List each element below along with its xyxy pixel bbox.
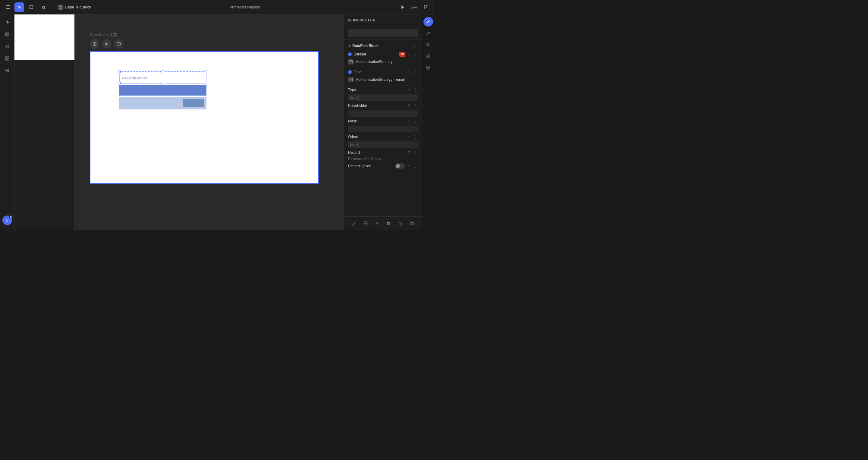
share-button[interactable] (422, 3, 430, 11)
mask-label: Mask (348, 119, 406, 123)
placeholder-menu[interactable]: ⋮ (413, 103, 418, 108)
svg-rect-12 (5, 59, 7, 60)
handle-bottom-middle[interactable] (161, 82, 164, 84)
mask-value[interactable] (348, 126, 418, 132)
chevron-icon: ▼ (348, 44, 351, 48)
tool-select[interactable] (14, 2, 24, 12)
handle-top-right[interactable] (205, 70, 207, 73)
record-ref-row[interactable]: Reference with 0 keys → (344, 156, 422, 162)
record-upsert-toggle[interactable] (395, 163, 405, 169)
prop-row-field: Field f0 ⋮ (344, 68, 422, 76)
record-upsert-row: Record Upsert f0 ⋮ (344, 162, 422, 170)
svg-rect-23 (399, 223, 401, 225)
field-placeholder-text: credentials.email (122, 76, 147, 79)
avatar[interactable]: U 1 (2, 216, 12, 225)
svg-rect-13 (7, 59, 9, 60)
canvas-area[interactable]: New Artboard (2) (75, 14, 344, 230)
menu-icon[interactable]: ☰ (4, 3, 12, 11)
svg-point-8 (6, 45, 9, 48)
svg-point-25 (427, 43, 429, 45)
text-field: credentials.email (119, 72, 206, 83)
toggle-knob (396, 164, 400, 168)
toolbar-lock-btn[interactable] (396, 219, 404, 227)
dataset-f0: f0 (408, 53, 410, 56)
record-menu[interactable]: ⋮ (413, 150, 418, 155)
bottom-section (119, 97, 207, 110)
artboard-frame[interactable]: credentials.email (90, 51, 319, 184)
svg-point-16 (94, 43, 96, 45)
topbar-center: Primeiros Passos (91, 5, 398, 9)
sidebar-item-globe[interactable] (2, 65, 13, 76)
selected-component[interactable]: credentials.email (119, 71, 207, 110)
small-blue-rect (183, 99, 204, 107)
record-upsert-label: Record Upsert (348, 164, 393, 168)
handle-bottom-left[interactable] (118, 82, 121, 84)
field-dot (348, 70, 352, 74)
far-right-search-btn[interactable] (424, 40, 433, 50)
orient-label: Orient (348, 135, 406, 139)
dataset-menu[interactable]: ⋮ (413, 52, 418, 57)
handle-top-middle[interactable] (161, 70, 164, 73)
sidebar-item-layers[interactable] (2, 29, 13, 40)
field-menu[interactable]: ⋮ (413, 70, 418, 74)
orient-f0: f0 (408, 135, 410, 139)
sidebar-item-components[interactable] (2, 41, 13, 52)
toolbar-copy-btn[interactable] (408, 219, 416, 227)
layers-panel (14, 14, 75, 230)
blue-bar (119, 85, 207, 96)
type-menu[interactable]: ⋮ (413, 87, 418, 92)
type-label: Type (348, 88, 406, 92)
sidebar-item-grid[interactable] (2, 53, 13, 64)
authentication-strategy-label: AuthenticationStrategy (356, 60, 418, 64)
dataset-type-icon[interactable] (399, 52, 405, 57)
svg-rect-18 (117, 42, 121, 45)
toolbar-close-btn[interactable] (373, 219, 381, 227)
toolbar-image-btn[interactable] (361, 219, 370, 227)
svg-rect-2 (60, 6, 61, 7)
svg-rect-10 (5, 57, 7, 58)
type-value[interactable]: [none] (348, 94, 418, 101)
svg-rect-22 (388, 222, 390, 225)
toolbar-edit-btn[interactable] (350, 219, 358, 227)
tool-hand[interactable] (38, 2, 48, 12)
tool-crop[interactable] (27, 2, 36, 12)
artboard-label: New Artboard (2) (90, 33, 319, 37)
sidebar-bottom: U 1 (2, 216, 12, 227)
topbar-left: ☰ DataFieldBlock (4, 2, 91, 12)
artboard-screen-btn[interactable] (114, 39, 124, 49)
record-upsert-menu[interactable]: ⋮ (413, 164, 418, 168)
inspector-header: ⊞ INSPECTOR (344, 14, 422, 26)
prop-row-mask: Mask f0 ⋮ (344, 118, 422, 125)
inspector-placeholder-bar (348, 29, 418, 37)
dataset-dot (348, 53, 352, 56)
topbar-right: 55% (398, 3, 430, 11)
artboard-play-btn[interactable] (102, 39, 112, 49)
handle-top-left[interactable] (118, 70, 121, 73)
handle-bottom-right[interactable] (205, 82, 207, 84)
record-label: Record (348, 150, 406, 155)
orient-menu[interactable]: ⋮ (413, 134, 418, 139)
inspector-icon: ⊞ (348, 18, 351, 22)
far-right-history-btn[interactable] (424, 51, 433, 61)
placeholder-f0: f0 (408, 104, 410, 107)
far-right-edit-btn[interactable] (424, 17, 433, 27)
section-add-button[interactable]: + (412, 43, 418, 49)
toolbar-trash-btn[interactable] (384, 219, 393, 227)
type-f0: f0 (408, 88, 410, 92)
orient-value[interactable]: [none] (348, 142, 418, 148)
svg-marker-17 (105, 42, 108, 45)
strategy-row-authentication: AuthenticationStrategy (344, 58, 422, 66)
sidebar-item-cursor[interactable] (2, 17, 13, 28)
mask-menu[interactable]: ⋮ (413, 119, 418, 124)
prop-row-type: Type f0 ⋮ (344, 86, 422, 93)
placeholder-value[interactable] (348, 110, 418, 117)
inspector-panel: ⊞ INSPECTOR ▼ DataFieldBlock + Dataset f… (344, 14, 422, 230)
divider-2 (344, 85, 422, 85)
artboard-preview-btn[interactable] (90, 39, 99, 49)
play-button[interactable] (398, 3, 407, 11)
mask-value-row (344, 125, 422, 133)
far-right-layers-btn[interactable] (424, 63, 433, 72)
artboard-controls (90, 39, 319, 49)
record-ref-arrow: → (382, 157, 385, 160)
far-right-link-btn[interactable] (424, 28, 433, 38)
